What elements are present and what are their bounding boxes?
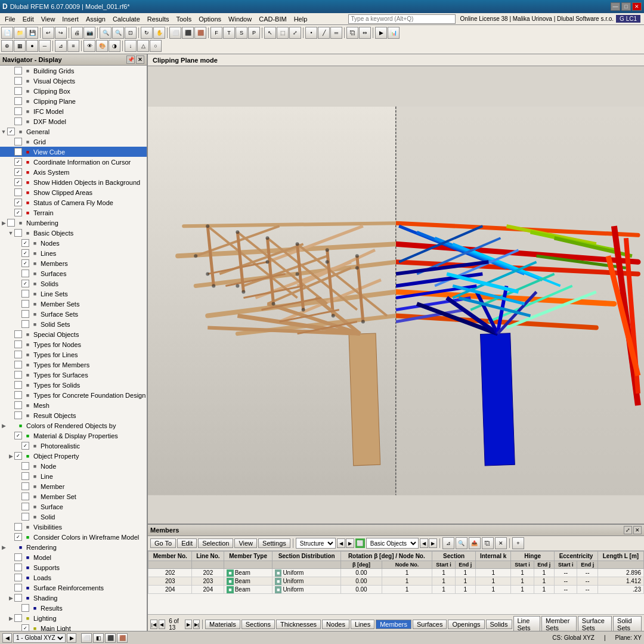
tree-item-dxf-model[interactable]: ■DXF Model xyxy=(0,116,147,126)
tree-item-surfaces[interactable]: ■Surfaces xyxy=(0,268,147,278)
menu-window[interactable]: Window xyxy=(225,14,255,24)
tree-check[interactable] xyxy=(14,117,22,125)
search-input[interactable] xyxy=(348,14,456,24)
results-btn[interactable]: 📊 xyxy=(388,27,400,39)
side-view-btn[interactable]: S xyxy=(236,27,247,39)
wireframe-mode-btn[interactable]: ⬜ xyxy=(81,633,92,643)
members-close-btn[interactable]: ✕ xyxy=(633,526,642,534)
render-btn[interactable]: 🟫 xyxy=(194,27,206,39)
tree-item-surface-sets[interactable]: ■Surface Sets xyxy=(0,309,147,319)
tree-item-node-prop[interactable]: ■Node xyxy=(0,461,147,471)
tree-item-lighting[interactable]: ▶■Lighting xyxy=(0,613,147,623)
tree-check[interactable]: ✓ xyxy=(14,533,22,541)
last-btn[interactable]: ▶| xyxy=(193,620,200,629)
tree-check[interactable]: ✓ xyxy=(14,209,22,216)
tree-check[interactable]: ✓ xyxy=(14,178,22,186)
tree-item-shading[interactable]: ▶■Shading xyxy=(0,593,147,603)
tree-item-clipping-box[interactable]: ■Clipping Box xyxy=(0,86,147,96)
openings-tab[interactable]: Openings xyxy=(448,620,484,629)
tree-item-photorealistic[interactable]: ✓■Photorealistic xyxy=(0,441,147,451)
redo-btn[interactable]: ↪ xyxy=(55,27,67,39)
member-btn[interactable]: ═ xyxy=(330,27,342,39)
tree-check[interactable] xyxy=(14,553,22,561)
tree-check[interactable]: ✓ xyxy=(21,442,29,450)
surface-sets-tab[interactable]: Surface Sets xyxy=(578,616,612,633)
tree-check[interactable] xyxy=(14,401,22,409)
solid-sets-tab[interactable]: Solid Sets xyxy=(613,616,642,633)
tree-check[interactable]: ✓ xyxy=(14,452,22,460)
front-view-btn[interactable]: F xyxy=(210,27,222,39)
solids-tab[interactable]: Solids xyxy=(486,620,512,629)
zoom-out-btn[interactable]: 🔍 xyxy=(112,27,124,39)
view-btn[interactable]: View xyxy=(234,538,257,548)
surfaces-tab[interactable]: Surfaces xyxy=(413,620,447,629)
tree-item-surface-reinforcements[interactable]: ■Surface Reinforcements xyxy=(0,583,147,593)
menu-view[interactable]: View xyxy=(38,14,59,24)
next-btn[interactable]: ▶ xyxy=(185,620,192,629)
tree-check[interactable] xyxy=(21,513,29,521)
search-table-btn[interactable]: 🔍 xyxy=(456,537,467,549)
tree-check[interactable] xyxy=(14,584,22,592)
menu-cad-bim[interactable]: CAD-BIM xyxy=(255,14,290,24)
tree-check[interactable]: ✓ xyxy=(14,432,22,439)
line-btn[interactable]: ╱ xyxy=(318,27,330,39)
tree-item-surface-prop[interactable]: ■Surface xyxy=(0,501,147,512)
tree-item-result-objects[interactable]: ■Result Objects xyxy=(0,410,147,420)
tree-item-consider-colors[interactable]: ✓■Consider Colors in Wireframe Model xyxy=(0,532,147,542)
tree-check[interactable] xyxy=(14,87,22,95)
menu-assign[interactable]: Assign xyxy=(82,14,109,24)
tree-check[interactable] xyxy=(21,493,29,500)
tree-item-material-display[interactable]: ✓■Material & Display Properties xyxy=(0,431,147,441)
tree-check[interactable] xyxy=(14,594,22,602)
filter-table-btn[interactable]: ⊿ xyxy=(442,537,454,549)
objects-next-btn[interactable]: ▶ xyxy=(429,538,437,548)
tree-item-solid-prop[interactable]: ■Solid xyxy=(0,512,147,522)
menu-results[interactable]: Results xyxy=(144,14,173,24)
tree-item-object-property[interactable]: ▶✓■Object Property xyxy=(0,451,147,461)
tree-check[interactable]: ✓ xyxy=(14,199,22,206)
hidden-mode-btn[interactable]: ◧ xyxy=(93,633,104,643)
settings-btn[interactable]: Settings xyxy=(258,538,290,548)
tree-item-coord-info[interactable]: ✓■Coordinate Information on Cursor xyxy=(0,157,147,167)
layers-btn[interactable]: ≡ xyxy=(67,40,79,52)
top-view-btn[interactable]: T xyxy=(223,27,235,39)
minimize-btn[interactable]: — xyxy=(611,2,620,11)
objects-prev-btn[interactable]: ◀ xyxy=(420,538,428,548)
tree-item-model-render[interactable]: ■Model xyxy=(0,552,147,562)
tree-item-member-sets[interactable]: ■Member Sets xyxy=(0,299,147,309)
menu-tools[interactable]: Tools xyxy=(172,14,195,24)
transparency-btn[interactable]: ◑ xyxy=(109,40,120,52)
tree-item-members[interactable]: ✓■Members xyxy=(0,258,147,268)
menu-insert[interactable]: Insert xyxy=(58,14,82,24)
prev-btn[interactable]: ◀ xyxy=(159,620,166,629)
tree-check[interactable]: ✓ xyxy=(7,128,15,135)
members-expand-btn[interactable]: ⤢ xyxy=(624,526,632,534)
materials-tab[interactable]: Materials xyxy=(205,620,240,629)
tree-check[interactable]: ✓ xyxy=(14,158,22,166)
save-btn[interactable]: 💾 xyxy=(26,27,38,39)
render-mode-btn[interactable]: 🟫 xyxy=(117,633,128,643)
goto-btn[interactable]: Go To xyxy=(150,538,176,548)
tree-check[interactable] xyxy=(7,219,15,227)
tree-check[interactable] xyxy=(14,340,22,348)
tree-item-numbering[interactable]: ▶■Numbering xyxy=(0,218,147,228)
export-btn[interactable]: 📤 xyxy=(469,537,481,549)
tree-check[interactable] xyxy=(21,482,29,490)
tree-item-member-prop[interactable]: ■Member xyxy=(0,481,147,491)
tree-check[interactable] xyxy=(14,371,22,379)
tree-check[interactable] xyxy=(21,604,29,612)
basic-objects-dropdown[interactable]: Basic Objects xyxy=(366,538,419,549)
tree-item-mesh[interactable]: ■Mesh xyxy=(0,400,147,410)
tree-check[interactable] xyxy=(14,381,22,389)
tree-check[interactable] xyxy=(21,290,29,298)
tree-check[interactable] xyxy=(14,614,22,622)
struct-next-btn[interactable]: ▶ xyxy=(346,538,354,548)
snap-grid-btn[interactable]: ▦ xyxy=(14,40,26,52)
add-row-btn[interactable]: + xyxy=(512,537,524,549)
close-btn[interactable]: ✕ xyxy=(632,2,642,11)
undo-btn[interactable]: ↩ xyxy=(42,27,54,39)
tree-item-line-prop[interactable]: ■Line xyxy=(0,471,147,481)
pan-btn[interactable]: ✋ xyxy=(153,27,165,39)
tree-item-types-members[interactable]: ■Types for Members xyxy=(0,360,147,370)
tree-check[interactable] xyxy=(14,574,22,581)
